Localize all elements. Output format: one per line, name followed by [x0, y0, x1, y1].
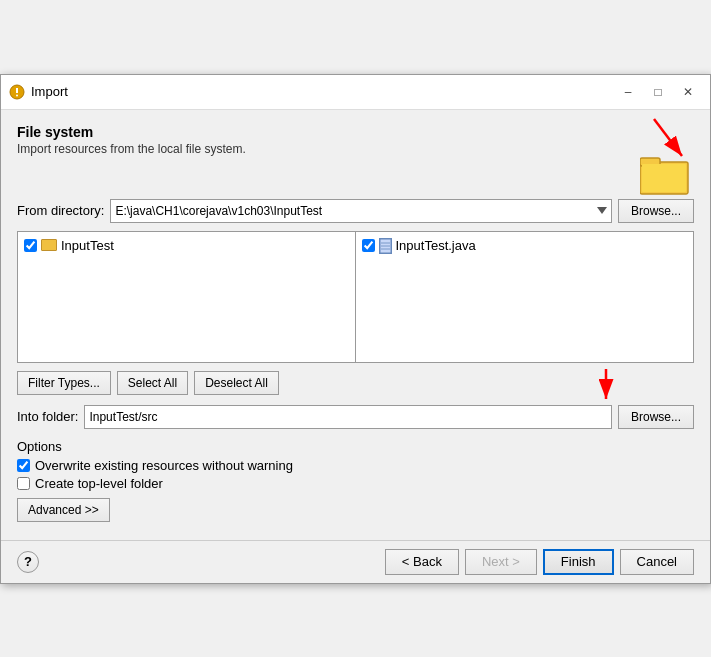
- finish-button[interactable]: Finish: [543, 549, 614, 575]
- top-level-checkbox-row: Create top-level folder: [17, 476, 694, 491]
- arrow-to-browse-button: [576, 367, 636, 405]
- top-level-checkbox[interactable]: [17, 477, 30, 490]
- advanced-button[interactable]: Advanced >>: [17, 498, 110, 522]
- dialog-content: File system Import resources from the lo…: [1, 110, 710, 540]
- bottom-left: ?: [17, 551, 39, 573]
- left-panel-checkbox[interactable]: [24, 239, 37, 252]
- cancel-button[interactable]: Cancel: [620, 549, 694, 575]
- left-panel: InputTest: [18, 232, 356, 362]
- help-button[interactable]: ?: [17, 551, 39, 573]
- svg-rect-7: [642, 164, 686, 192]
- next-button[interactable]: Next >: [465, 549, 537, 575]
- from-directory-row: From directory: E:\java\CH1\corejava\v1c…: [17, 199, 694, 223]
- bottom-bar: ? < Back Next > Finish Cancel: [1, 540, 710, 583]
- import-dialog: Import – □ ✕ File system Import resource…: [0, 74, 711, 584]
- svg-line-4: [654, 119, 682, 156]
- overwrite-checkbox[interactable]: [17, 459, 30, 472]
- window-icon: [9, 84, 25, 100]
- right-panel-item[interactable]: InputTest.java: [360, 236, 690, 256]
- close-button[interactable]: ✕: [674, 81, 702, 103]
- left-panel-label: InputTest: [61, 238, 114, 253]
- back-button[interactable]: < Back: [385, 549, 459, 575]
- minimize-button[interactable]: –: [614, 81, 642, 103]
- maximize-button[interactable]: □: [644, 81, 672, 103]
- right-panel-label: InputTest.java: [396, 238, 476, 253]
- title-bar: Import – □ ✕: [1, 75, 710, 110]
- folder-icon: [640, 154, 690, 199]
- top-area: File system Import resources from the lo…: [17, 124, 694, 199]
- overwrite-label: Overwrite existing resources without war…: [35, 458, 293, 473]
- window-title: Import: [31, 84, 614, 99]
- folder-icon-small: [41, 239, 57, 251]
- section-desc: Import resources from the local file sys…: [17, 142, 634, 156]
- svg-point-2: [16, 94, 18, 96]
- into-folder-label: Into folder:: [17, 409, 78, 424]
- top-level-label: Create top-level folder: [35, 476, 163, 491]
- into-folder-input[interactable]: [84, 405, 612, 429]
- right-panel: InputTest.java: [356, 232, 694, 362]
- browse-directory-button[interactable]: Browse...: [618, 199, 694, 223]
- from-directory-label: From directory:: [17, 203, 104, 218]
- top-right: [634, 114, 694, 199]
- options-section: Options Overwrite existing resources wit…: [17, 439, 694, 522]
- title-bar-controls: – □ ✕: [614, 81, 702, 103]
- section-title: File system: [17, 124, 634, 140]
- into-folder-row: Into folder: Browse...: [17, 405, 694, 429]
- bottom-right: < Back Next > Finish Cancel: [385, 549, 694, 575]
- left-panel-item[interactable]: InputTest: [22, 236, 351, 255]
- from-directory-select[interactable]: E:\java\CH1\corejava\v1ch03\InputTest: [110, 199, 612, 223]
- top-left: File system Import resources from the lo…: [17, 124, 634, 168]
- select-all-button[interactable]: Select All: [117, 371, 188, 395]
- browse-folder-button[interactable]: Browse...: [618, 405, 694, 429]
- options-title: Options: [17, 439, 694, 454]
- overwrite-checkbox-row: Overwrite existing resources without war…: [17, 458, 694, 473]
- deselect-all-button[interactable]: Deselect All: [194, 371, 279, 395]
- filter-types-button[interactable]: Filter Types...: [17, 371, 111, 395]
- right-panel-checkbox[interactable]: [362, 239, 375, 252]
- file-panels: InputTest InputTest.java: [17, 231, 694, 363]
- file-icon-small: [379, 238, 392, 254]
